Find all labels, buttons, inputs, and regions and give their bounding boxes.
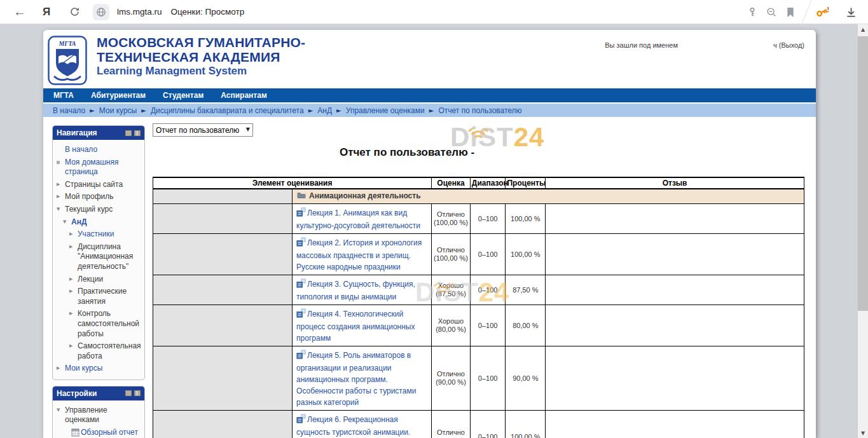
triangle-down-icon[interactable]: ▼ xyxy=(57,406,65,413)
sidebar-item[interactable]: Моя домашняя страница xyxy=(57,156,142,179)
sidebar-item-label: Управление оценками xyxy=(65,406,142,425)
report-select[interactable]: Отчет по пользователю xyxy=(153,125,252,137)
sidebar-item[interactable]: В начало xyxy=(57,144,142,156)
sidebar-item-label: Обзорный отчет xyxy=(81,428,138,438)
password-manager-extension-icon[interactable]: ! xyxy=(813,6,832,19)
folder-icon xyxy=(296,191,309,202)
triangle-right-icon[interactable]: ▶ xyxy=(69,287,78,294)
triangle-down-icon[interactable]: ▼ xyxy=(57,205,65,212)
feedback-cell xyxy=(546,305,804,346)
sidebar-item[interactable]: ▼Текущий курс xyxy=(57,203,142,216)
sidebar-item-label: Лекции xyxy=(78,275,103,285)
password-key-icon[interactable] xyxy=(743,6,762,18)
breadcrumb-link[interactable]: АнД xyxy=(317,106,332,115)
grade-cell: Хорошо(87,50 %) xyxy=(432,275,471,305)
logo-text: МГТА xyxy=(58,40,76,47)
download-icon[interactable] xyxy=(841,6,860,18)
academy-title-line2: ТЕХНИЧЕСКАЯ АКАДЕМИЯ xyxy=(97,50,305,64)
sidebar-item[interactable]: ▶Дисциплина "Анимационная деятельность" xyxy=(69,241,142,273)
address-url[interactable]: lms.mgta.ru xyxy=(117,7,162,17)
sidebar-item[interactable]: ▶Участники xyxy=(69,228,142,241)
grade-table-body: Анимационная деятельностьЛекция 1. Анима… xyxy=(153,189,804,438)
logout-link[interactable]: ч (Выход) xyxy=(773,41,804,49)
table-row: Лекция 3. Сущность, функция, типология и… xyxy=(153,275,804,305)
sidebar-item[interactable]: ▼Управление оценками xyxy=(57,404,142,427)
grade-item-link[interactable]: Лекция 1. Анимация как вид культурно-дос… xyxy=(296,209,420,230)
nav-item[interactable]: Аспирантам xyxy=(221,91,267,100)
nav-item[interactable]: Студентам xyxy=(163,91,203,100)
triangle-right-icon[interactable]: ▶ xyxy=(69,309,78,317)
percent-cell: 87,50 % xyxy=(506,275,546,305)
breadcrumb-link[interactable]: Управление оценками xyxy=(346,106,425,115)
sidebar-item[interactable]: ▶Мои курсы xyxy=(57,362,142,375)
sidebar-item[interactable]: ▶Страницы сайта xyxy=(57,179,142,191)
grade-item-link[interactable]: Лекция 2. История и хронология массовых … xyxy=(296,238,422,271)
triangle-right-icon[interactable]: ▶ xyxy=(57,180,65,188)
triangle-right-icon[interactable]: ▶ xyxy=(57,364,65,371)
indent-cell xyxy=(153,189,293,204)
login-info[interactable]: Вы зашли под именемч (Выход) xyxy=(605,41,804,49)
breadcrumb-link[interactable]: Мои курсы xyxy=(99,106,137,115)
grade-cell: Хорошо(80,00 %) xyxy=(432,305,471,346)
sidebar-item-label: Участники xyxy=(78,229,114,240)
sidebar-item[interactable]: ▶Контроль самостоятельной работы xyxy=(69,308,142,340)
percent-cell: 100,00 % xyxy=(506,411,546,438)
sidebar-item[interactable]: ▼АнД xyxy=(63,216,142,229)
range-cell: 0–100 xyxy=(470,234,506,275)
scroll-down-icon[interactable]: ▼ xyxy=(858,428,868,438)
nav-item[interactable]: Абитуриентам xyxy=(91,91,146,100)
dock-block-icon[interactable] xyxy=(134,130,141,136)
triangle-right-icon[interactable]: ▶ xyxy=(57,192,65,200)
breadcrumb-link[interactable]: В начало xyxy=(53,106,85,115)
sidebar-item[interactable]: ▶Мой профиль xyxy=(57,191,142,203)
col-header-grade: Оценка xyxy=(432,177,471,189)
percent-cell: 100,00 % xyxy=(506,234,546,275)
col-header-item: Элемент оценивания xyxy=(153,177,432,189)
breadcrumb-link[interactable]: Дисциплины бакалавриата и специалитета xyxy=(151,106,304,115)
range-cell: 0–100 xyxy=(470,411,506,438)
grade-cell: Отлично(100,00 %) xyxy=(432,204,471,234)
lesson-icon xyxy=(296,350,307,362)
reload-icon[interactable] xyxy=(66,6,83,17)
sidebar-item[interactable]: ▶Лекции xyxy=(69,273,142,286)
wifi-arcs-icon xyxy=(467,115,489,146)
indent-cell xyxy=(153,305,293,346)
page-scrollbar[interactable]: ▲ ▼ xyxy=(858,24,868,438)
triangle-right-icon[interactable]: ▶ xyxy=(69,229,78,237)
collapse-block-icon[interactable] xyxy=(125,130,132,136)
triangle-right-icon[interactable]: ▶ xyxy=(69,341,78,349)
lesson-icon xyxy=(296,237,307,249)
percent-cell: 90,00 % xyxy=(506,346,546,411)
sidebar-item[interactable]: Обзорный отчет xyxy=(63,427,142,438)
back-icon[interactable]: ← xyxy=(11,4,28,19)
find-on-page-icon[interactable] xyxy=(762,6,781,18)
site-globe-icon[interactable] xyxy=(93,4,109,20)
item-name-cell: Лекция 4. Технологический процесс создан… xyxy=(293,305,432,346)
table-row: Лекция 2. История и хронология массовых … xyxy=(153,234,804,275)
scrollbar-thumb[interactable] xyxy=(858,36,868,311)
yandex-browser-icon[interactable]: Я xyxy=(37,6,56,18)
dock-block-icon[interactable] xyxy=(134,390,141,396)
collapse-block-icon[interactable] xyxy=(125,390,132,396)
breadcrumb-link[interactable]: Отчет по пользователю xyxy=(438,106,521,115)
triangle-down-icon[interactable]: ▼ xyxy=(63,217,71,225)
login-prefix: Вы зашли под именем xyxy=(605,41,678,49)
triangle-right-icon[interactable]: ▶ xyxy=(69,242,78,250)
nav-item[interactable]: МГТА xyxy=(53,91,74,100)
triangle-right-icon[interactable]: ▶ xyxy=(69,275,78,282)
bookmark-icon[interactable] xyxy=(781,7,800,18)
grade-item-link[interactable]: Лекция 5. Роль аниматоров в организации … xyxy=(296,351,416,407)
grade-item-link[interactable]: Лекция 4. Технологический процесс создан… xyxy=(296,310,415,343)
sidebar-item[interactable]: ▶Практические занятия xyxy=(69,285,142,308)
sidebar-item-label: В начало xyxy=(65,145,97,155)
feedback-cell xyxy=(546,275,804,305)
sidebar-item[interactable]: ▶Самостоятельная работа xyxy=(69,340,142,362)
scroll-up-icon[interactable]: ▲ xyxy=(858,24,868,34)
grade-item-link[interactable]: Лекция 6. Рекреационная сущность туристс… xyxy=(296,415,410,438)
item-name-cell: Лекция 5. Роль аниматоров в организации … xyxy=(293,346,432,411)
grade-item-link[interactable]: Лекция 3. Сущность, функция, типология и… xyxy=(296,280,415,301)
lesson-icon xyxy=(296,207,307,219)
indent-cell xyxy=(153,411,293,438)
breadcrumb: В начало►Мои курсы►Дисциплины бакалавриа… xyxy=(43,104,816,117)
sidebar-item-label: Текущий курс xyxy=(65,205,113,215)
